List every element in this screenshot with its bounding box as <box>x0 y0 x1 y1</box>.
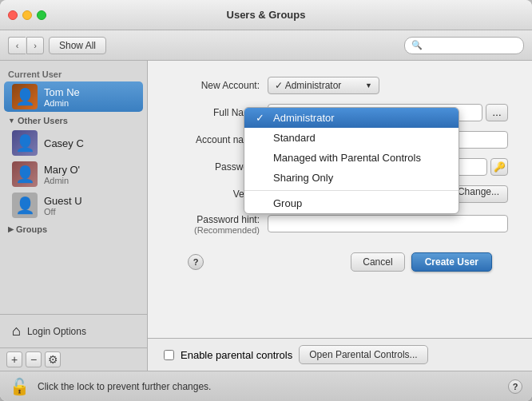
user-name-mary: Mary O' <box>44 164 80 176</box>
user-info-casey: Casey C <box>44 137 84 149</box>
login-options-item[interactable]: ⌂ Login Options <box>8 320 139 343</box>
avatar-casey: 👤 <box>12 130 38 156</box>
search-box: 🔍 <box>404 37 524 54</box>
search-icon: 🔍 <box>411 40 423 50</box>
back-button[interactable]: ‹ <box>8 37 26 54</box>
search-input[interactable] <box>426 40 517 51</box>
cancel-button[interactable]: Cancel <box>351 252 404 272</box>
dropdown-divider <box>244 190 459 191</box>
content: Current User 👤 Tom Ne Admin ▼ Other User… <box>0 61 532 371</box>
hint-input[interactable] <box>268 215 508 232</box>
help-button[interactable]: ? <box>508 379 522 394</box>
user-info-tom: Tom Ne Admin <box>44 86 80 108</box>
house-icon: ⌂ <box>12 323 21 339</box>
user-item-tom[interactable]: 👤 Tom Ne Admin <box>4 81 143 112</box>
avatar-guest: 👤 <box>12 193 38 218</box>
show-all-button[interactable]: Show All <box>49 37 106 54</box>
login-options-label: Login Options <box>27 326 86 337</box>
bottom-bar: Enable parental controls Open Parental C… <box>148 338 532 371</box>
sidebar: Current User 👤 Tom Ne Admin ▼ Other User… <box>0 61 148 371</box>
user-item-guest[interactable]: 👤 Guest U Off <box>4 190 143 220</box>
full-name-ellipsis-button[interactable]: … <box>486 104 508 121</box>
dropdown-label-standard: Standard <box>273 132 316 144</box>
help-button-small[interactable]: ? <box>188 254 204 270</box>
dropdown-arrow-icon: ▼ <box>365 81 372 89</box>
new-account-select[interactable]: ✓ Administrator ▼ <box>268 77 379 94</box>
open-parental-button[interactable]: Open Parental Controls... <box>299 345 427 364</box>
other-users-label: Other Users <box>18 116 68 125</box>
groups-label: Groups <box>16 224 47 234</box>
key-button[interactable]: 🔑 <box>490 158 508 176</box>
user-name-tom: Tom Ne <box>44 86 80 98</box>
other-users-header[interactable]: ▼ Other Users <box>0 113 147 127</box>
window-title: Users & Groups <box>227 9 306 21</box>
avatar-mary: 👤 <box>12 161 38 187</box>
add-user-button[interactable]: + <box>6 351 22 367</box>
user-role-guest: Off <box>44 207 82 216</box>
create-user-button[interactable]: Create User <box>411 252 492 272</box>
sidebar-toolbar: + − ⚙ <box>0 347 147 371</box>
nav-buttons: ‹ › <box>8 37 44 54</box>
user-name-guest: Guest U <box>44 195 82 207</box>
titlebar: Users & Groups <box>0 0 532 30</box>
window: Users & Groups ‹ › Show All 🔍 Current Us… <box>0 0 532 401</box>
user-item-mary[interactable]: 👤 Mary O' Admin <box>4 159 143 189</box>
new-account-label: New Account: <box>172 80 268 91</box>
chevron-right-icon: ▶ <box>8 225 14 233</box>
lock-icon[interactable]: 🔓 <box>10 377 30 396</box>
dropdown-label-group: Group <box>273 197 302 209</box>
new-account-row: New Account: ✓ Administrator ▼ <box>172 77 508 94</box>
user-info-mary: Mary O' Admin <box>44 164 80 185</box>
sidebar-bottom: ⌂ Login Options <box>0 314 147 347</box>
user-info-guest: Guest U Off <box>44 195 82 216</box>
form-area: New Account: ✓ Administrator ▼ ✓ Adminis… <box>148 61 532 338</box>
sidebar-list: Current User 👤 Tom Ne Admin ▼ Other User… <box>0 61 147 314</box>
account-type-dropdown: ✓ Administrator Standard Managed with Pa… <box>244 107 459 214</box>
new-account-value: ✓ Administrator <box>275 80 341 91</box>
dropdown-label-sharing: Sharing Only <box>273 172 333 184</box>
avatar-tom: 👤 <box>12 84 38 109</box>
minimize-button[interactable] <box>22 10 32 20</box>
current-user-label: Current User <box>0 65 147 81</box>
parental-controls-row: Enable parental controls Open Parental C… <box>164 345 516 364</box>
user-role-tom: Admin <box>44 98 80 108</box>
dropdown-item-sharing[interactable]: Sharing Only <box>244 168 459 188</box>
enable-parental-label: Enable parental controls <box>181 349 292 361</box>
hint-label-group: Password hint: (Recommended) <box>172 212 268 235</box>
toolbar: ‹ › Show All 🔍 <box>0 30 532 61</box>
footer-text: Click the lock to prevent further change… <box>38 381 211 392</box>
dropdown-item-standard[interactable]: Standard <box>244 128 459 148</box>
main-panel: New Account: ✓ Administrator ▼ ✓ Adminis… <box>148 61 532 371</box>
remove-user-button[interactable]: − <box>26 351 42 367</box>
user-role-mary: Admin <box>44 176 80 185</box>
dialog-buttons: ? Cancel Create User <box>172 244 508 272</box>
hint-sublabel: (Recommended) <box>172 225 260 235</box>
forward-button[interactable]: › <box>26 37 44 54</box>
user-item-casey[interactable]: 👤 Casey C <box>4 128 143 158</box>
hint-row: Password hint: (Recommended) <box>172 212 508 235</box>
dropdown-item-group[interactable]: Group <box>244 193 459 213</box>
dropdown-item-administrator[interactable]: ✓ Administrator <box>244 108 459 128</box>
dropdown-label-managed: Managed with Parental Controls <box>273 152 421 164</box>
maximize-button[interactable] <box>37 10 46 20</box>
traffic-lights <box>8 10 46 20</box>
dropdown-label-administrator: Administrator <box>273 112 335 124</box>
dropdown-item-managed[interactable]: Managed with Parental Controls <box>244 148 459 168</box>
footer: 🔓 Click the lock to prevent further chan… <box>0 371 532 401</box>
user-name-casey: Casey C <box>44 137 84 149</box>
check-icon: ✓ <box>256 112 267 124</box>
groups-header[interactable]: ▶ Groups <box>0 221 147 236</box>
enable-parental-checkbox[interactable] <box>164 350 174 360</box>
hint-label: Password hint: <box>172 214 260 225</box>
chevron-down-icon: ▼ <box>8 117 15 125</box>
settings-button[interactable]: ⚙ <box>45 351 61 367</box>
close-button[interactable] <box>8 10 18 20</box>
